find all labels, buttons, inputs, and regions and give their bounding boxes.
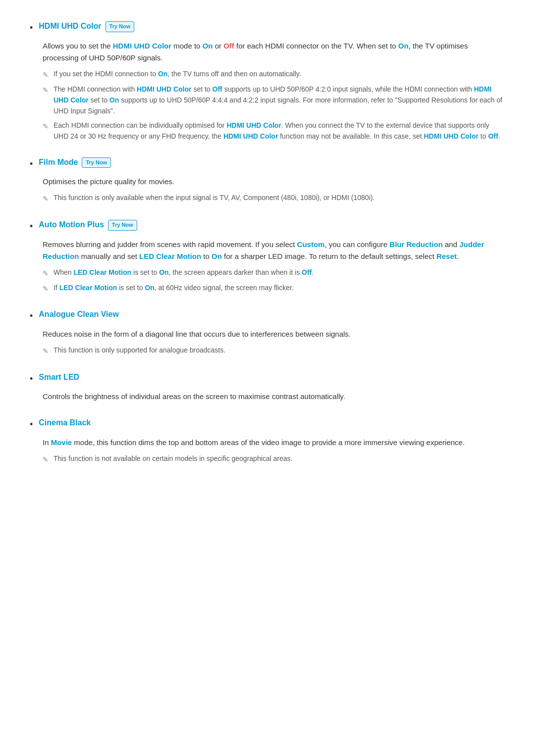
bullet-row-smart-led: •Smart LED xyxy=(30,371,505,386)
pencil-icon: ✎ xyxy=(43,283,49,294)
note-item-cinema-black-0: ✎This function is not available on certa… xyxy=(43,454,505,465)
note-item-film-mode-0: ✎This function is only available when th… xyxy=(43,193,505,204)
section-title-hdmi-uhd-color: HDMI UHD ColorTry Now xyxy=(39,20,134,33)
note-item-hdmi-uhd-color-0: ✎If you set the HDMI connection to On, t… xyxy=(43,69,505,80)
section-hdmi-uhd-color: •HDMI UHD ColorTry NowAllows you to set … xyxy=(30,20,505,142)
bullet-dot: • xyxy=(30,21,33,35)
section-body-analogue-clean-view: Reduces noise in the form of a diagonal … xyxy=(43,328,505,356)
try-now-badge-film-mode[interactable]: Try Now xyxy=(82,157,111,168)
section-description-analogue-clean-view: Reduces noise in the form of a diagonal … xyxy=(43,328,505,340)
bullet-row-auto-motion-plus: •Auto Motion PlusTry Now xyxy=(30,218,505,234)
section-description-hdmi-uhd-color: Allows you to set the HDMI UHD Color mod… xyxy=(43,40,505,64)
section-body-hdmi-uhd-color: Allows you to set the HDMI UHD Color mod… xyxy=(43,40,505,142)
section-body-film-mode: Optimises the picture quality for movies… xyxy=(43,176,505,204)
note-text-hdmi-uhd-color-0: If you set the HDMI connection to On, th… xyxy=(54,69,301,80)
main-content: •HDMI UHD ColorTry NowAllows you to set … xyxy=(30,20,505,465)
note-list-hdmi-uhd-color: ✎If you set the HDMI connection to On, t… xyxy=(43,69,505,142)
note-text-auto-motion-plus-1: If LED Clear Motion is set to On, at 60H… xyxy=(54,283,294,294)
note-item-auto-motion-plus-1: ✎If LED Clear Motion is set to On, at 60… xyxy=(43,283,505,294)
note-item-hdmi-uhd-color-1: ✎The HDMI connection with HDMI UHD Color… xyxy=(43,84,505,116)
pencil-icon: ✎ xyxy=(43,69,49,80)
note-text-hdmi-uhd-color-1: The HDMI connection with HDMI UHD Color … xyxy=(54,84,505,116)
pencil-icon: ✎ xyxy=(43,346,49,356)
bullet-row-cinema-black: •Cinema Black xyxy=(30,416,505,432)
pencil-icon: ✎ xyxy=(43,268,49,279)
section-title-film-mode: Film ModeTry Now xyxy=(39,156,111,169)
section-title-cinema-black: Cinema Black xyxy=(39,416,91,429)
pencil-icon: ✎ xyxy=(43,85,49,96)
note-item-auto-motion-plus-0: ✎When LED Clear Motion is set to On, the… xyxy=(43,267,505,279)
note-item-hdmi-uhd-color-2: ✎Each HDMI connection can be individuall… xyxy=(43,120,505,142)
section-body-smart-led: Controls the brightness of individual ar… xyxy=(43,391,505,403)
bullet-dot: • xyxy=(30,372,33,386)
note-text-film-mode-0: This function is only available when the… xyxy=(54,193,374,203)
section-smart-led: •Smart LEDControls the brightness of ind… xyxy=(30,371,505,403)
section-analogue-clean-view: •Analogue Clean ViewReduces noise in the… xyxy=(30,308,505,356)
try-now-badge-auto-motion-plus[interactable]: Try Now xyxy=(108,220,137,231)
section-title-auto-motion-plus: Auto Motion PlusTry Now xyxy=(39,218,137,231)
note-text-auto-motion-plus-0: When LED Clear Motion is set to On, the … xyxy=(54,267,314,278)
note-list-analogue-clean-view: ✎This function is only supported for ana… xyxy=(43,345,505,356)
note-item-analogue-clean-view-0: ✎This function is only supported for ana… xyxy=(43,345,505,356)
note-text-cinema-black-0: This function is not available on certai… xyxy=(54,454,293,464)
section-body-auto-motion-plus: Removes blurring and judder from scenes … xyxy=(43,239,505,295)
note-list-cinema-black: ✎This function is not available on certa… xyxy=(43,454,505,465)
section-description-auto-motion-plus: Removes blurring and judder from scenes … xyxy=(43,239,505,262)
section-description-smart-led: Controls the brightness of individual ar… xyxy=(43,391,505,403)
note-list-film-mode: ✎This function is only available when th… xyxy=(43,193,505,204)
section-film-mode: •Film ModeTry NowOptimises the picture q… xyxy=(30,156,505,204)
section-cinema-black: •Cinema BlackIn Movie mode, this functio… xyxy=(30,416,505,465)
bullet-dot: • xyxy=(30,309,33,323)
bullet-row-hdmi-uhd-color: •HDMI UHD ColorTry Now xyxy=(30,20,505,35)
note-text-hdmi-uhd-color-2: Each HDMI connection can be individually… xyxy=(54,120,505,142)
section-title-analogue-clean-view: Analogue Clean View xyxy=(39,308,119,321)
note-text-analogue-clean-view-0: This function is only supported for anal… xyxy=(54,345,225,356)
section-description-cinema-black: In Movie mode, this function dims the to… xyxy=(43,437,505,449)
pencil-icon: ✎ xyxy=(43,454,49,465)
try-now-badge-hdmi-uhd-color[interactable]: Try Now xyxy=(106,21,135,32)
section-auto-motion-plus: •Auto Motion PlusTry NowRemoves blurring… xyxy=(30,218,505,295)
section-description-film-mode: Optimises the picture quality for movies… xyxy=(43,176,505,188)
note-list-auto-motion-plus: ✎When LED Clear Motion is set to On, the… xyxy=(43,267,505,295)
bullet-row-analogue-clean-view: •Analogue Clean View xyxy=(30,308,505,323)
pencil-icon: ✎ xyxy=(43,193,49,204)
pencil-icon: ✎ xyxy=(43,121,49,132)
bullet-dot: • xyxy=(30,417,33,432)
section-body-cinema-black: In Movie mode, this function dims the to… xyxy=(43,437,505,465)
section-title-smart-led: Smart LED xyxy=(39,371,79,384)
bullet-dot: • xyxy=(30,219,33,234)
bullet-dot: • xyxy=(30,157,33,171)
bullet-row-film-mode: •Film ModeTry Now xyxy=(30,156,505,171)
